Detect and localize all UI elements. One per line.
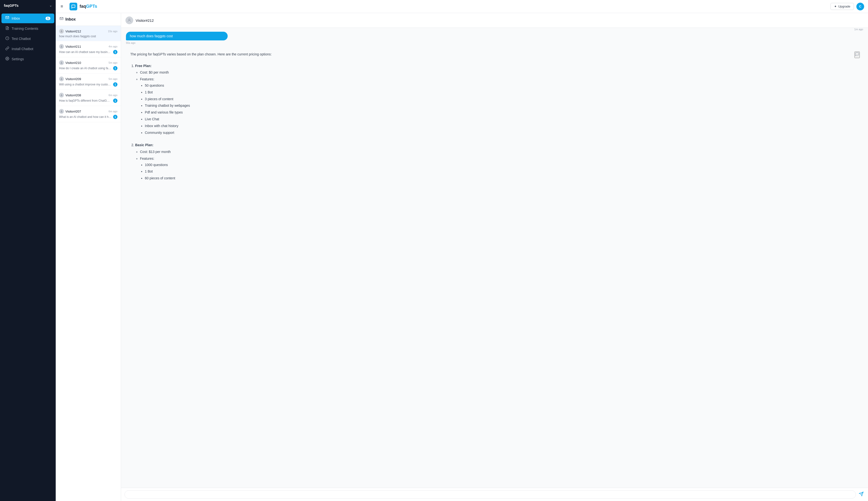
avatar-button[interactable]: C [856, 3, 864, 10]
sidebar-item-install[interactable]: Install Chatbot [1, 44, 54, 54]
plan-2-feature-2: 1 Bot [145, 169, 859, 174]
visitor-time-208: 6m ago [108, 94, 117, 97]
response-area: The pricing for faqGPTs varies based on … [126, 48, 863, 185]
plan-1-feature-1: 50 questions [145, 83, 859, 88]
sidebar-item-training[interactable]: Training Contents [1, 24, 54, 33]
svg-point-4 [7, 58, 8, 59]
plan-2-features-label: Features: 1000 questions 1 Bot 60 pieces… [140, 156, 859, 181]
plan-1-feature-5: Pdf and various file types [145, 110, 859, 116]
inbox-item-212[interactable]: Visitor#212 15s ago how much does faqgpt… [56, 26, 121, 41]
visitor-preview-210: How do I create an AI chatbot using faqG… [59, 66, 112, 70]
inbox-item-210[interactable]: Visitor#210 5m ago How do I create an AI… [56, 57, 121, 74]
plan-1-feature-4: Training chatbot by webpages [145, 103, 859, 109]
chat-panel: Visitor#212 1m ago how much does faqgpts… [121, 13, 868, 501]
inbox-panel: Inbox Visitor#212 [56, 13, 121, 501]
chat-header-avatar [125, 17, 133, 24]
inbox-panel-title: Inbox [65, 17, 76, 22]
inbox-item-211[interactable]: Visitor#211 4m ago How can an AI chatbot… [56, 41, 121, 57]
plan-2-name: Basic Plan: Cost: $13 per month Features… [135, 142, 859, 181]
sidebar-item-install-label: Install Chatbot [12, 47, 33, 51]
inbox-item-209[interactable]: Visitor#209 5m ago Will using a chatbot … [56, 74, 121, 90]
hamburger-button[interactable]: ≡ [60, 3, 64, 10]
unread-badge-207: 1 [113, 115, 117, 119]
user-avatar-209 [59, 76, 64, 81]
inbox-item-208[interactable]: Visitor#208 6m ago How is faqGPTs differ… [56, 90, 121, 106]
inbox-panel-header: Inbox [56, 13, 121, 26]
svg-point-10 [61, 94, 62, 95]
sidebar-brand-name: faqGPTs [4, 3, 19, 8]
avatar-label: C [859, 4, 861, 8]
topbar: ≡ faqGPTs ✦ Upgrade C [56, 0, 868, 13]
sidebar-item-training-label: Training Contents [12, 26, 38, 31]
upgrade-label: Upgrade [838, 4, 850, 8]
user-message-time: 55s ago [126, 41, 863, 44]
inbox-header-icon [60, 17, 63, 22]
inbox-icon [5, 16, 9, 21]
user-avatar-211 [59, 44, 64, 49]
plan-1-name: Free Plan: Cost: $0 per month Features: … [135, 63, 859, 136]
chat-time-top: 1m ago [126, 28, 863, 31]
user-bubble: how much does faqgpts cost [126, 32, 228, 40]
visitor-preview-211: How can an AI chatbot save my business .… [59, 50, 112, 54]
inbox-list: Visitor#212 15s ago how much does faqgpt… [56, 26, 121, 501]
visitor-name-208: Visitor#208 [65, 94, 81, 97]
sidebar-item-settings-label: Settings [12, 57, 24, 61]
visitor-preview-209: Will using a chatbot improve my custome.… [59, 83, 112, 86]
plan-1-feature-3: 3 pieces of content [145, 96, 859, 102]
plan-1-cost: Cost: $0 per month [140, 70, 859, 75]
sidebar-item-settings[interactable]: Settings [1, 54, 54, 64]
visitor-preview-212: how much does faqgpts cost [59, 35, 117, 38]
visitor-time-211: 4m ago [108, 45, 117, 48]
inbox-item-207[interactable]: Visitor#207 6m ago What is an AI chatbot… [56, 106, 121, 122]
sidebar-item-test[interactable]: Test Chatbot [1, 34, 54, 44]
sidebar-brand[interactable]: faqGPTs ⌄ [0, 0, 56, 11]
chat-content-wrapper: 1m ago how much does faqgpts cost 55s ag… [121, 28, 868, 488]
upgrade-button[interactable]: ✦ Upgrade [830, 3, 854, 10]
visitor-preview-207: What is an AI chatbot and how can it hel… [59, 115, 112, 119]
title-gpts: GPTs [86, 4, 97, 9]
svg-point-11 [61, 110, 62, 111]
visitor-time-207: 6m ago [108, 110, 117, 113]
visitor-name-212: Visitor#212 [65, 30, 81, 33]
upgrade-icon: ✦ [834, 4, 837, 8]
plan-1-feature-2: 1 Bot [145, 89, 859, 95]
svg-point-6 [61, 30, 62, 31]
feedback-icon[interactable] [855, 52, 860, 58]
plan-2-cost: Cost: $13 per month [140, 149, 859, 155]
chat-input[interactable] [125, 490, 856, 499]
plan-1-feature-6: Live Chat [145, 116, 859, 122]
svg-point-9 [61, 78, 62, 79]
user-avatar-207 [59, 109, 64, 114]
inbox-badge: 5 [45, 17, 50, 20]
unread-badge-210: 1 [113, 66, 117, 71]
visitor-name-209: Visitor#209 [65, 77, 81, 81]
chat-header: Visitor#212 [121, 13, 868, 28]
visitor-time-212: 15s ago [108, 30, 117, 33]
test-icon [5, 36, 9, 41]
visitor-time-209: 5m ago [108, 77, 117, 81]
svg-point-12 [129, 19, 130, 20]
response-intro: The pricing for faqGPTs varies based on … [130, 52, 859, 57]
plan-1-feature-8: Community support [145, 130, 859, 136]
install-icon [5, 46, 9, 51]
sidebar-nav: Inbox 5 Training Contents Test Chatbot [0, 11, 56, 501]
sidebar-item-inbox[interactable]: Inbox 5 [1, 13, 54, 23]
sidebar-chevron-icon: ⌄ [49, 4, 52, 7]
visitor-name-210: Visitor#210 [65, 61, 81, 65]
plan-2-feature-1: 1000 questions [145, 162, 859, 168]
plan-2-feature-3: 60 pieces of content [145, 175, 859, 181]
user-avatar-210 [59, 60, 64, 65]
app-logo-icon [70, 3, 77, 10]
send-button[interactable] [858, 491, 865, 499]
user-message: how much does faqgpts cost 55s ago [126, 32, 863, 44]
sidebar: faqGPTs ⌄ Inbox 5 Training Conten [0, 0, 56, 501]
settings-icon [5, 57, 9, 62]
user-avatar-212 [59, 29, 64, 34]
svg-point-8 [61, 62, 62, 63]
app-title: faqGPTs [80, 4, 97, 9]
unread-badge-208: 1 [113, 98, 117, 103]
visitor-preview-208: How is faqGPTs different from ChatGPT? [59, 99, 112, 103]
chat-header-name: Visitor#212 [136, 18, 154, 22]
plan-1-feature-7: Inbox with chat history [145, 123, 859, 129]
visitor-name-211: Visitor#211 [65, 45, 81, 49]
